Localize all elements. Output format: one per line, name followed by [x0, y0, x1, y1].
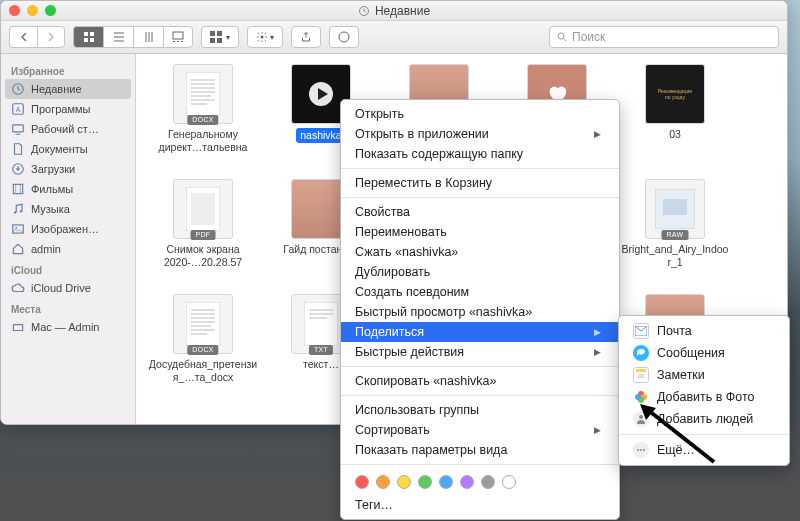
svg-point-13: [261, 36, 264, 39]
minimize-icon[interactable]: [27, 5, 38, 16]
sidebar-section-header: Избранное: [1, 60, 135, 79]
share-button[interactable]: [291, 26, 321, 48]
sidebar-item[interactable]: Mac — Admin: [1, 317, 135, 337]
menu-item[interactable]: Быстрый просмотр «nashivka»: [341, 302, 619, 322]
svg-rect-37: [636, 369, 646, 372]
close-icon[interactable]: [9, 5, 20, 16]
sidebar-item[interactable]: Документы: [1, 139, 135, 159]
svg-rect-5: [173, 32, 183, 39]
back-button[interactable]: [9, 26, 37, 48]
chevron-right-icon: ▶: [594, 347, 601, 357]
sidebar-item[interactable]: AПрограммы: [1, 99, 135, 119]
tag-color[interactable]: [418, 475, 432, 489]
menu-item[interactable]: Использовать группы: [341, 400, 619, 420]
sidebar-item[interactable]: Изображен…: [1, 219, 135, 239]
view-segmented: [73, 26, 193, 48]
menu-item[interactable]: Открыть: [341, 104, 619, 124]
tag-color[interactable]: [355, 475, 369, 489]
chevron-right-icon: ▶: [594, 425, 601, 435]
forward-button[interactable]: [37, 26, 65, 48]
submenu-item[interactable]: Почта: [619, 320, 789, 342]
submenu-item[interactable]: Сообщения: [619, 342, 789, 364]
menu-item[interactable]: Открыть в приложении▶: [341, 124, 619, 144]
sidebar-item-label: Документы: [31, 143, 88, 155]
menu-item[interactable]: Показать параметры вида: [341, 440, 619, 460]
submenu-item[interactable]: Заметки: [619, 364, 789, 386]
svg-rect-3: [84, 38, 88, 42]
menu-item-label: Теги…: [355, 498, 393, 512]
sidebar-item-label: Программы: [31, 103, 90, 115]
tag-color[interactable]: [460, 475, 474, 489]
menu-item[interactable]: Сжать «nashivka»: [341, 242, 619, 262]
menu-item-label: Сортировать: [355, 423, 430, 437]
sidebar-item[interactable]: iCloud Drive: [1, 278, 135, 298]
file-item[interactable]: Генеральному директ…тальевна: [144, 64, 262, 179]
menu-item[interactable]: Сортировать▶: [341, 420, 619, 440]
sidebar-item[interactable]: Рабочий ст…: [1, 119, 135, 139]
menu-item[interactable]: Создать псевдоним: [341, 282, 619, 302]
file-item[interactable]: Рекомендациипо уходу03: [616, 64, 734, 179]
view-list-button[interactable]: [103, 26, 133, 48]
submenu-item-label: Добавить в Фото: [657, 390, 755, 404]
file-item[interactable]: Bright_and_Airy_Indoor_1: [616, 179, 734, 294]
sidebar-item[interactable]: Фильмы: [1, 179, 135, 199]
chevron-right-icon: ▶: [594, 129, 601, 139]
menu-item[interactable]: Скопировать «nashivka»: [341, 371, 619, 391]
file-label: nashivka: [296, 128, 345, 143]
menu-item[interactable]: Показать содержащую папку: [341, 144, 619, 164]
svg-rect-2: [90, 32, 94, 36]
menu-item[interactable]: Теги…: [341, 495, 619, 515]
svg-rect-27: [186, 72, 220, 116]
menu-item[interactable]: Поделиться▶: [341, 322, 619, 342]
menu-item[interactable]: Быстрые действия▶: [341, 342, 619, 362]
drive-icon: [11, 320, 25, 334]
file-item[interactable]: Снимок экрана 2020-…20.28.57: [144, 179, 262, 294]
tag-clear[interactable]: [502, 475, 516, 489]
sidebar-item[interactable]: Недавние: [5, 79, 131, 99]
zoom-icon[interactable]: [45, 5, 56, 16]
sidebar-section-header: Места: [1, 298, 135, 317]
svg-point-22: [14, 211, 16, 213]
file-item[interactable]: Досудебная_претензия_…та_docx: [144, 294, 262, 409]
svg-rect-12: [217, 38, 222, 43]
view-icon-button[interactable]: [73, 26, 103, 48]
menu-item-label: Переместить в Корзину: [355, 176, 492, 190]
file-label: Досудебная_претензия_…та_docx: [148, 358, 258, 383]
group-button[interactable]: ▾: [201, 26, 239, 48]
sidebar-item-label: Загрузки: [31, 163, 75, 175]
svg-point-25: [15, 227, 17, 229]
clock-icon: [11, 82, 25, 96]
tags-button[interactable]: [329, 26, 359, 48]
svg-rect-34: [186, 302, 220, 346]
sidebar-item[interactable]: admin: [1, 239, 135, 259]
menu-item[interactable]: Переместить в Корзину: [341, 173, 619, 193]
sidebar-item[interactable]: Музыка: [1, 199, 135, 219]
view-columns-button[interactable]: [133, 26, 163, 48]
menu-item[interactable]: Свойства: [341, 202, 619, 222]
view-gallery-button[interactable]: [163, 26, 193, 48]
tag-color[interactable]: [376, 475, 390, 489]
sidebar: ИзбранноеНедавниеAПрограммыРабочий ст…До…: [1, 54, 136, 424]
tag-colors: [341, 469, 619, 495]
menu-item-label: Переименовать: [355, 225, 447, 239]
menu-item-label: Быстрые действия: [355, 345, 464, 359]
search-input[interactable]: Поиск: [549, 26, 779, 48]
sidebar-item-label: admin: [31, 243, 61, 255]
action-button[interactable]: ▾: [247, 26, 283, 48]
menu-item-label: Создать псевдоним: [355, 285, 469, 299]
tag-color[interactable]: [481, 475, 495, 489]
tag-color[interactable]: [439, 475, 453, 489]
menu-item[interactable]: Дублировать: [341, 262, 619, 282]
menu-item[interactable]: Переименовать: [341, 222, 619, 242]
menu-item-label: Показать содержащую папку: [355, 147, 523, 161]
sidebar-item-label: Фильмы: [31, 183, 73, 195]
tag-color[interactable]: [397, 475, 411, 489]
sidebar-item[interactable]: Загрузки: [1, 159, 135, 179]
svg-rect-7: [177, 41, 179, 42]
svg-rect-4: [90, 38, 94, 42]
home-icon: [11, 242, 25, 256]
cloud-icon: [11, 281, 25, 295]
file-label: Bright_and_Airy_Indoor_1: [620, 243, 730, 268]
window-icon: [358, 5, 370, 17]
context-menu: ОткрытьОткрыть в приложении▶Показать сод…: [340, 99, 620, 520]
